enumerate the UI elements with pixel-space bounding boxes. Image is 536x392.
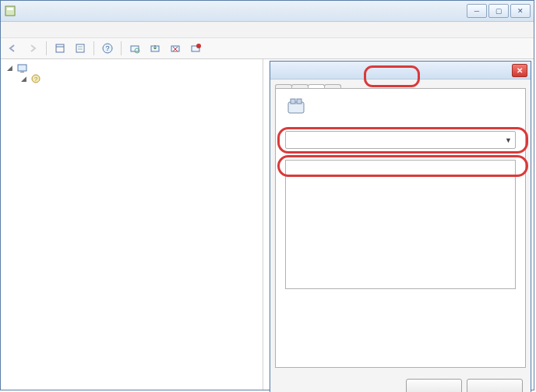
svg-point-16: [196, 44, 201, 48]
dialog-close-button[interactable]: ✕: [512, 64, 527, 77]
uninstall-button[interactable]: [167, 40, 184, 57]
back-button[interactable]: [4, 40, 21, 57]
tree-category-other[interactable]: ◢ ?: [19, 73, 263, 84]
collapse-icon[interactable]: ◢: [19, 75, 28, 83]
cancel-button[interactable]: [467, 379, 523, 392]
dialog-titlebar: ✕: [270, 62, 531, 79]
device-tree[interactable]: ◢ ◢ ?: [1, 59, 263, 390]
svg-text:?: ?: [34, 76, 37, 83]
disable-button[interactable]: [187, 40, 204, 57]
menu-bar: [1, 22, 534, 38]
scan-button[interactable]: [126, 40, 143, 57]
tree-root[interactable]: ◢: [5, 62, 263, 73]
dialog-buttons: [270, 373, 531, 392]
svg-rect-0: [5, 6, 15, 16]
svg-rect-22: [291, 99, 295, 104]
tabs: [270, 79, 531, 88]
update-driver-button[interactable]: [146, 40, 164, 57]
maximize-button[interactable]: ▢: [488, 4, 509, 18]
other-icon: ?: [30, 73, 41, 84]
show-hidden-button[interactable]: [51, 40, 69, 57]
titlebar: ─ ▢ ✕: [1, 1, 534, 22]
hardware-ids-list[interactable]: [285, 160, 516, 289]
forward-button[interactable]: [24, 40, 41, 57]
svg-text:?: ?: [105, 44, 109, 52]
collapse-icon[interactable]: ◢: [5, 64, 14, 72]
tab-panel-details: ▼: [275, 88, 526, 368]
toolbar: ?: [1, 38, 534, 59]
properties-button[interactable]: [72, 40, 89, 57]
svg-rect-17: [18, 65, 26, 71]
svg-rect-4: [76, 44, 84, 52]
tab-details[interactable]: [308, 84, 325, 88]
device-manager-window: ─ ▢ ✕ ? ◢: [0, 0, 534, 390]
svg-rect-1: [7, 8, 13, 10]
close-button[interactable]: ✕: [510, 4, 531, 18]
minimize-button[interactable]: ─: [467, 4, 487, 18]
help-button[interactable]: ?: [99, 40, 116, 57]
app-icon: [4, 5, 16, 17]
chevron-down-icon: ▼: [505, 136, 512, 144]
ok-button[interactable]: [406, 379, 462, 392]
properties-dialog: ✕ ▼: [270, 61, 531, 392]
svg-rect-23: [297, 99, 302, 104]
property-combo[interactable]: ▼: [285, 131, 516, 149]
device-large-icon: [285, 97, 307, 118]
svg-rect-2: [56, 44, 64, 52]
